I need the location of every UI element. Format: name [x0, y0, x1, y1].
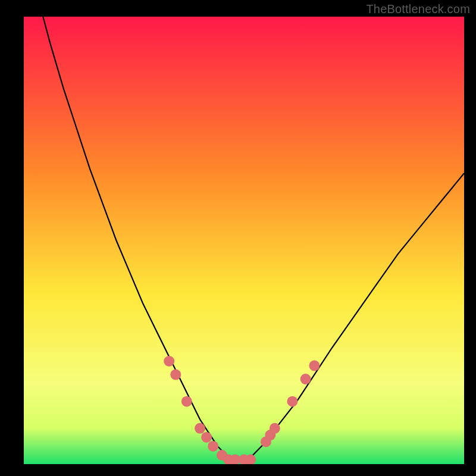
- bottleneck-chart: [24, 17, 464, 464]
- watermark-text: TheBottleneck.com: [366, 2, 470, 16]
- marker-dot: [164, 356, 174, 367]
- marker-dot: [181, 396, 192, 407]
- chart-frame: [24, 17, 464, 464]
- marker-dot: [287, 396, 298, 407]
- marker-dot: [300, 374, 311, 384]
- marker-dot: [270, 423, 280, 434]
- marker-dot: [195, 423, 205, 434]
- marker-dot: [309, 361, 320, 371]
- marker-dot: [201, 432, 212, 443]
- marker-dot: [170, 369, 181, 380]
- gradient-background: [24, 17, 464, 464]
- marker-dot: [208, 441, 218, 452]
